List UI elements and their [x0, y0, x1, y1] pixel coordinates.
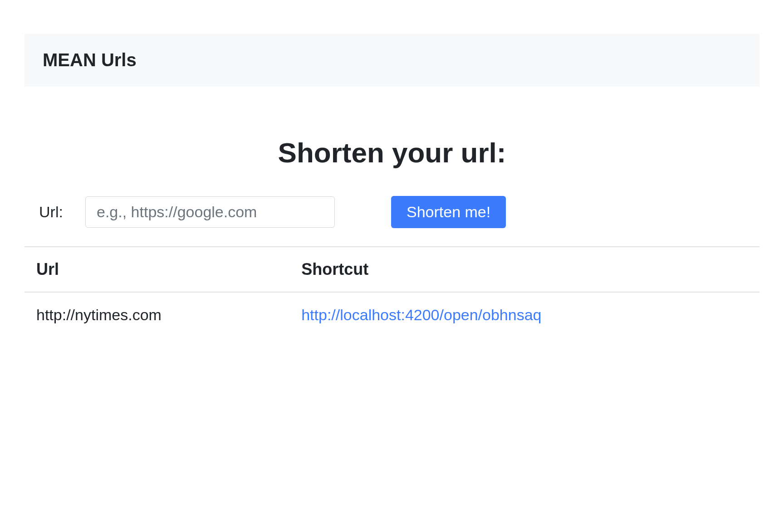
shortcut-link[interactable]: http://localhost:4200/open/obhnsaq: [301, 306, 541, 323]
shorten-form: Url: Shorten me!: [24, 196, 760, 246]
url-label: Url:: [39, 203, 71, 221]
urls-table: Url Shortcut http://nytimes.com http://l…: [24, 246, 760, 337]
main-content: Shorten your url: Url: Shorten me! Url S…: [24, 87, 760, 337]
page-title: Shorten your url:: [24, 137, 760, 169]
navbar-brand: MEAN Urls: [43, 50, 137, 70]
table-header-url: Url: [24, 247, 289, 292]
cell-shortcut: http://localhost:4200/open/obhnsaq: [289, 292, 760, 337]
table-header-shortcut: Shortcut: [289, 247, 760, 292]
navbar: MEAN Urls: [24, 34, 760, 87]
shorten-button[interactable]: Shorten me!: [391, 196, 506, 228]
table-row: http://nytimes.com http://localhost:4200…: [24, 292, 760, 337]
cell-url: http://nytimes.com: [24, 292, 289, 337]
url-input[interactable]: [85, 196, 335, 228]
